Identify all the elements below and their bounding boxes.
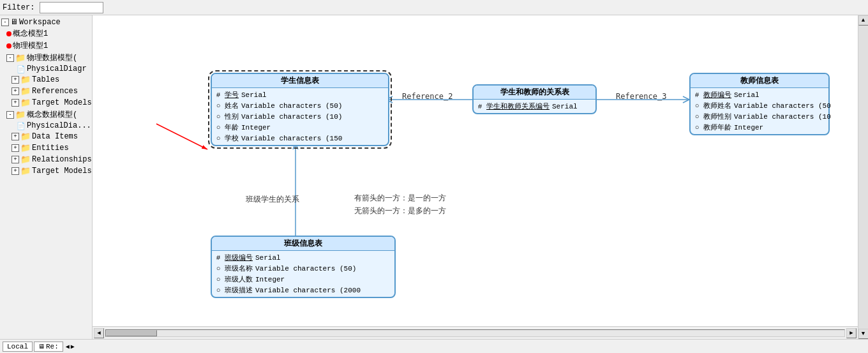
v-scrollbar-track[interactable]: [858, 26, 869, 329]
table-row: ○ 班级名称 Variable characters (50): [214, 263, 392, 274]
expand-icon[interactable]: -: [1, 19, 9, 26]
sidebar-item-label: 物理模型1: [13, 40, 48, 51]
diagram-icon: 📄: [17, 122, 26, 130]
class-info-table-header: 班级信息表: [212, 237, 394, 251]
folder-icon: 📁: [15, 110, 26, 120]
student-teacher-rel-table[interactable]: 学生和教师的关系表 # 学生和教师关系编号 Serial: [472, 84, 597, 114]
diagram-icon: 📄: [17, 65, 26, 73]
arrow-note1-label: 有箭头的一方：是一的一方: [354, 193, 446, 204]
teacher-info-table-header: 教师信息表: [691, 74, 828, 88]
sidebar-item-label: Target Models: [32, 167, 92, 176]
student-info-table[interactable]: 学生信息表 # 学号 Serial ○ 姓名 Variable characte…: [211, 73, 389, 146]
nav-next-btn[interactable]: ▶: [71, 343, 75, 350]
sidebar-item-label: Entities: [32, 144, 69, 153]
sidebar-item-targetmodels2[interactable]: + 📁 Target Models: [11, 165, 91, 177]
sidebar-item-tables[interactable]: + 📁 Tables: [11, 74, 91, 86]
expand-icon[interactable]: +: [11, 99, 19, 107]
row-field-name: 班级名称: [225, 264, 253, 273]
main-area: - 🖥 Workspace 概念模型1 物理模型1 - 📁 物理数据模型( 📄 …: [0, 15, 868, 339]
sidebar-item-references[interactable]: + 📁 References: [11, 86, 91, 97]
row-field-type: Variable characters (2000: [255, 287, 361, 294]
repo-tab[interactable]: 🖥 Re:: [34, 342, 63, 352]
sidebar-item-label: Target Models: [32, 98, 92, 107]
table-row: ○ 年龄 Integer: [214, 122, 385, 133]
sidebar-item-label: Workspace: [19, 18, 61, 27]
row-key-symbol: #: [214, 91, 222, 99]
expand-icon[interactable]: +: [11, 167, 19, 175]
row-symbol: ○: [214, 135, 222, 142]
folder-icon: 📁: [20, 143, 31, 153]
svg-line-7: [683, 96, 689, 100]
row-field-name: 性别: [225, 112, 239, 121]
row-field-name: 姓名: [225, 101, 239, 110]
row-field-type: Variable characters (50): [255, 265, 356, 273]
nav-prev-btn[interactable]: ◀: [66, 343, 70, 350]
expand-icon[interactable]: +: [11, 156, 19, 163]
scroll-down-btn[interactable]: ▼: [858, 329, 869, 339]
sidebar-item-workspace[interactable]: - 🖥 Workspace: [1, 17, 91, 27]
class-info-table-body: # 班级编号 Serial ○ 班级名称 Variable characters…: [212, 251, 394, 297]
scroll-up-btn[interactable]: ▲: [858, 15, 869, 26]
filter-input[interactable]: [40, 2, 103, 13]
table-row: ○ 教师性别 Variable characters (10: [693, 111, 826, 122]
row-field-type: Integer: [241, 124, 271, 131]
sidebar-item-conceptual1[interactable]: 概念模型1: [6, 27, 91, 40]
canvas[interactable]: 学生信息表 # 学号 Serial ○ 姓名 Variable characte…: [93, 15, 858, 326]
sidebar-item-physicaldb[interactable]: - 📁 物理数据模型(: [6, 52, 91, 64]
folder-icon: 📁: [20, 154, 31, 165]
local-tab-label: Local: [7, 343, 28, 350]
sidebar-item-label: PhysicalDiagr: [27, 64, 87, 73]
table-row: # 学号 Serial: [214, 89, 385, 100]
expand-icon[interactable]: +: [11, 87, 19, 95]
h-scrollbar-thumb[interactable]: [106, 330, 157, 336]
sidebar-item-targetmodels1[interactable]: + 📁 Target Models: [11, 97, 91, 109]
repo-icon: 🖥: [38, 343, 45, 350]
sidebar-item-physical1[interactable]: 物理模型1: [6, 40, 91, 52]
student-info-table-body: # 学号 Serial ○ 姓名 Variable characters (50…: [212, 88, 388, 145]
row-field-name: 学生和教师关系编号: [486, 101, 550, 111]
expand-icon[interactable]: -: [6, 54, 14, 62]
sidebar-item-conceptualdb[interactable]: - 📁 概念数据模型(: [6, 109, 91, 121]
row-field-name: 教师年龄: [703, 123, 731, 132]
folder-icon: 📁: [20, 75, 31, 85]
right-scrollbar: ▲ ▼: [858, 15, 868, 339]
row-symbol: ○: [214, 113, 222, 121]
sidebar: - 🖥 Workspace 概念模型1 物理模型1 - 📁 物理数据模型( 📄 …: [0, 15, 93, 339]
svg-line-8: [683, 100, 689, 103]
sidebar-item-physicaldiag2[interactable]: 📄 PhysicalDia...: [17, 121, 91, 131]
top-filter-bar: Filter:: [0, 0, 868, 15]
row-key-symbol: #: [476, 103, 484, 110]
status-bar: Local 🖥 Re: ◀ ▶: [0, 339, 868, 353]
table-row: ○ 班级描述 Variable characters (2000: [214, 285, 392, 296]
sidebar-item-label: 概念模型1: [13, 28, 48, 39]
expand-icon[interactable]: +: [11, 144, 19, 152]
sidebar-item-label: 概念数据模型(: [27, 109, 77, 120]
folder-icon: 📁: [15, 53, 26, 63]
sidebar-item-relationships[interactable]: + 📁 Relationships: [11, 154, 91, 165]
row-field-name: 班级人数: [225, 274, 253, 284]
class-info-table[interactable]: 班级信息表 # 班级编号 Serial ○ 班级名称 Variable char…: [211, 236, 396, 298]
row-field-name: 教师姓名: [703, 101, 731, 110]
arrow-note2-label: 无箭头的一方：是多的一方: [354, 206, 446, 216]
table-row: ○ 教师姓名 Variable characters (50: [693, 100, 826, 111]
dot-red-icon: [6, 43, 11, 49]
sidebar-item-dataitems[interactable]: + 📁 Data Items: [11, 131, 91, 142]
sidebar-item-physicaldiag1[interactable]: 📄 PhysicalDiagr: [17, 64, 91, 74]
row-symbol: ○: [214, 276, 222, 283]
table-row: ○ 性别 Variable characters (10): [214, 111, 385, 122]
scroll-right-btn[interactable]: ▶: [846, 328, 857, 338]
row-symbol: ○: [693, 113, 701, 121]
local-tab[interactable]: Local: [3, 342, 33, 352]
row-field-name: 教师性别: [703, 112, 731, 121]
row-field-type: Variable characters (10: [734, 113, 831, 121]
expand-icon[interactable]: +: [11, 133, 19, 140]
expand-icon[interactable]: +: [11, 76, 19, 84]
h-scrollbar-container: ◀ ▶: [93, 326, 858, 339]
scroll-left-btn[interactable]: ◀: [94, 328, 104, 338]
h-scrollbar-track[interactable]: [105, 329, 845, 337]
teacher-info-table[interactable]: 教师信息表 # 教师编号 Serial ○ 教师姓名 Variable char…: [689, 73, 830, 135]
filter-label: Filter:: [3, 3, 34, 12]
expand-icon[interactable]: -: [6, 111, 14, 119]
sidebar-item-entities[interactable]: + 📁 Entities: [11, 142, 91, 154]
folder-icon: 📁: [20, 98, 31, 108]
